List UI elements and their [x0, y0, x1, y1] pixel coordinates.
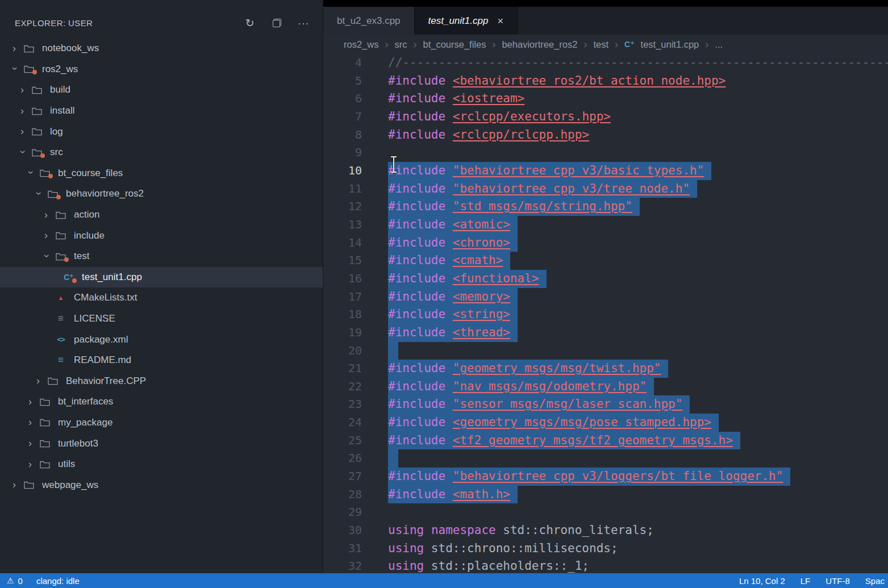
chevron-right-icon[interactable]: › — [8, 43, 20, 55]
chevron-right-icon[interactable]: › — [40, 209, 52, 221]
code-line-11[interactable]: 11#include "behaviortree_cpp_v3/tree_nod… — [323, 180, 888, 198]
code-token — [445, 307, 453, 321]
more-actions-icon[interactable]: ··· — [298, 18, 309, 29]
code-line-21[interactable]: 21#include "geometry_msgs/msg/twist.hpp" — [323, 360, 888, 378]
code-line-8[interactable]: 8#include <rclcpp/rclcpp.hpp> — [323, 126, 888, 144]
code-line-23[interactable]: 23#include "sensor_msgs/msg/laser_scan.h… — [323, 395, 888, 414]
breadcrumb-item-bt_course_files[interactable]: bt_course_files — [423, 39, 486, 50]
folder-icon — [28, 107, 45, 115]
code-line-22[interactable]: 22#include "nav_msgs/msg/odometry.hpp" — [323, 378, 888, 396]
code-line-12[interactable]: 12#include "std_msgs/msg/string.hpp" — [323, 198, 888, 216]
chevron-down-icon[interactable]: › — [41, 249, 53, 262]
tree-item-webpage_ws[interactable]: ›webpage_ws — [0, 474, 323, 495]
code-line-26[interactable]: 26 — [323, 449, 888, 468]
code-token — [445, 433, 453, 447]
include-path-token: <iostream> — [453, 91, 524, 105]
code-line-6[interactable]: 6#include <iostream> — [323, 90, 888, 108]
tree-item-install[interactable]: ›install — [0, 101, 323, 122]
breadcrumb-more[interactable]: ... — [715, 39, 723, 50]
breadcrumb-item-ros2_ws[interactable]: ros2_ws — [344, 39, 378, 50]
code-line-31[interactable]: 31using std::chrono::milliseconds; — [323, 540, 888, 558]
code-line-17[interactable]: 17#include <memory> — [323, 288, 888, 306]
code-line-19[interactable]: 19#include <thread> — [323, 324, 888, 342]
tree-item-src[interactable]: ›src — [0, 142, 323, 163]
chevron-down-icon[interactable]: › — [9, 62, 21, 75]
tab-bt_u2_ex3-cpp[interactable]: bt_u2_ex3.cpp — [323, 7, 415, 35]
code-line-14[interactable]: 14#include <chrono> — [323, 234, 888, 252]
chevron-down-icon[interactable]: › — [33, 187, 45, 199]
tree-item-test[interactable]: ›test — [0, 246, 323, 267]
chevron-right-icon[interactable]: › — [16, 105, 28, 117]
keyword-token: #include — [388, 110, 445, 123]
breadcrumb-item-test[interactable]: test — [593, 39, 608, 50]
tree-item-my_package[interactable]: ›my_package — [0, 412, 323, 433]
tree-item-README.md[interactable]: ›≡README.md — [0, 350, 323, 371]
chevron-down-icon[interactable]: › — [25, 166, 37, 179]
code-line-4[interactable]: 4//-------------------------------------… — [323, 54, 888, 72]
chevron-right-icon[interactable]: › — [24, 416, 36, 428]
tree-item-LICENSE[interactable]: ›≡LICENSE — [0, 308, 323, 330]
tree-item-ros2_ws[interactable]: ›ros2_ws — [0, 59, 323, 80]
code-line-29[interactable]: 29 — [323, 503, 888, 522]
tree-item-include[interactable]: ›include — [0, 225, 323, 246]
problems-indicator[interactable]: ⚠ 0 — [7, 576, 23, 586]
breadcrumb-item-src[interactable]: src — [394, 39, 407, 50]
refresh-icon[interactable]: ↻ — [244, 18, 256, 29]
tree-item-package.xml[interactable]: ›<>package.xml — [0, 329, 323, 350]
code-line-15[interactable]: 15#include <cmath> — [323, 252, 888, 270]
chevron-right-icon[interactable]: › — [24, 458, 36, 470]
code-line-9[interactable]: 9 — [323, 144, 888, 162]
tree-item-build[interactable]: ›build — [0, 80, 323, 101]
cursor-position[interactable]: Ln 10, Col 2 — [739, 576, 785, 586]
encoding-indicator[interactable]: UTF-8 — [826, 576, 850, 586]
chevron-right-icon[interactable]: › — [40, 230, 52, 241]
tab-test_unit1-cpp[interactable]: test_unit1.cpp × — [415, 7, 518, 35]
tree-item-turtlebot3[interactable]: ›turtlebot3 — [0, 433, 323, 454]
code-token — [445, 380, 453, 393]
code-line-7[interactable]: 7#include <rclcpp/executors.hpp> — [323, 108, 888, 126]
chevron-right-icon[interactable]: › — [16, 84, 28, 96]
chevron-down-icon[interactable]: › — [17, 145, 29, 158]
code-line-20[interactable]: 20 — [323, 342, 888, 360]
tree-item-bt_interfaces[interactable]: ›bt_interfaces — [0, 391, 323, 412]
tree-item-notebook_ws[interactable]: ›notebook_ws — [0, 38, 323, 59]
code-line-24[interactable]: 24#include <geometry_msgs/msg/pose_stamp… — [323, 414, 888, 432]
eol-indicator[interactable]: LF — [801, 576, 811, 586]
tree-item-test_unit1.cpp[interactable]: ›C⁺test_unit1.cpp — [0, 267, 323, 288]
tree-item-CMakeLists.txt[interactable]: ›▲CMakeLists.txt — [0, 287, 323, 308]
close-icon[interactable]: × — [497, 16, 503, 26]
breadcrumb-item-file[interactable]: test_unit1.cpp — [641, 39, 699, 50]
tree-item-bt_course_files[interactable]: ›bt_course_files — [0, 163, 323, 184]
tree-item-behaviortree_ros2[interactable]: ›behaviortree_ros2 — [0, 184, 323, 205]
code-token — [445, 361, 453, 375]
tree-item-utils[interactable]: ›utils — [0, 454, 323, 475]
language-server-status[interactable]: clangd: idle — [36, 576, 80, 586]
code-line-30[interactable]: 30using namespace std::chrono_literals; — [323, 522, 888, 540]
code-line-5[interactable]: 5#include <behaviortree_ros2/bt_action_n… — [323, 72, 888, 90]
code-line-18[interactable]: 18#include <string> — [323, 306, 888, 324]
chevron-right-icon[interactable]: › — [24, 437, 36, 449]
tree-item-action[interactable]: ›action — [0, 205, 323, 226]
code-line-10[interactable]: 10#include "behaviortree_cpp_v3/basic_ty… — [323, 162, 888, 180]
breadcrumb: ros2_ws › src › bt_course_files › behavi… — [323, 35, 888, 54]
tree-item-log[interactable]: ›log — [0, 121, 323, 142]
warning-count: 0 — [18, 576, 23, 586]
code-line-13[interactable]: 13#include <atomic> — [323, 216, 888, 234]
indentation-indicator[interactable]: Spac — [865, 576, 885, 586]
code-line-32[interactable]: 32using std::placeholders::_1; — [323, 557, 888, 573]
collapse-folders-icon[interactable] — [271, 18, 282, 29]
breadcrumb-item-behaviortree_ros2[interactable]: behaviortree_ros2 — [502, 39, 577, 50]
chevron-right-icon[interactable]: › — [8, 479, 20, 491]
line-number: 16 — [323, 270, 388, 288]
chevron-right-icon[interactable]: › — [24, 396, 36, 408]
code-text: #include "nav_msgs/msg/odometry.hpp" — [388, 378, 654, 396]
code-line-28[interactable]: 28#include <math.h> — [323, 486, 888, 504]
code-line-25[interactable]: 25#include <tf2_geometry_msgs/tf2_geomet… — [323, 432, 888, 450]
status-right: Ln 10, Col 2 LF UTF-8 Spac — [739, 576, 885, 586]
chevron-right-icon[interactable]: › — [32, 375, 44, 387]
tree-item-BehaviorTree.CPP[interactable]: ›BehaviorTree.CPP — [0, 371, 323, 392]
cpp-file-icon: C⁺ — [60, 273, 77, 282]
code-line-16[interactable]: 16#include <functional> — [323, 270, 888, 288]
code-line-27[interactable]: 27#include "behaviortree_cpp_v3/loggers/… — [323, 468, 888, 486]
chevron-right-icon[interactable]: › — [16, 126, 28, 137]
